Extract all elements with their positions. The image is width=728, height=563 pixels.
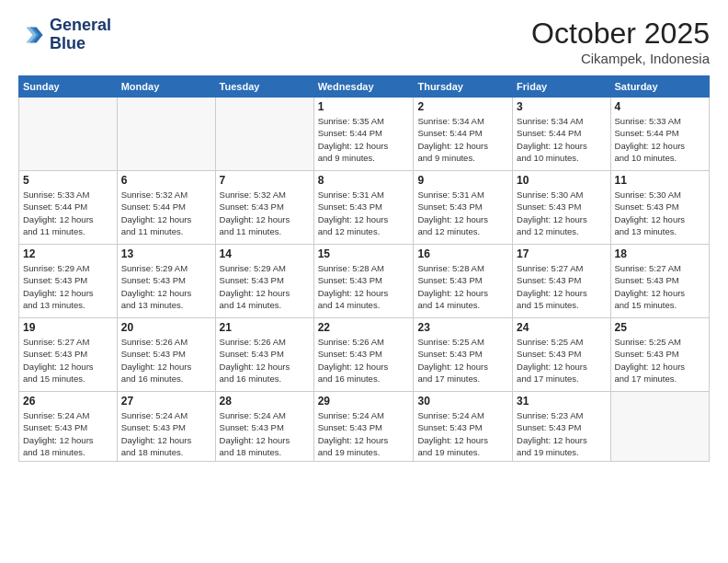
header: General Blue October 2025 Cikampek, Indo…: [18, 17, 710, 66]
day-number: 18: [615, 247, 705, 260]
day-header-wednesday: Wednesday: [313, 76, 414, 98]
calendar-cell: 4Sunrise: 5:33 AM Sunset: 5:44 PM Daylig…: [610, 98, 709, 171]
calendar-cell: 8Sunrise: 5:31 AM Sunset: 5:43 PM Daylig…: [313, 171, 414, 245]
day-info: Sunrise: 5:24 AM Sunset: 5:43 PM Dayligh…: [318, 409, 410, 458]
day-info: Sunrise: 5:25 AM Sunset: 5:43 PM Dayligh…: [517, 336, 606, 385]
day-number: 19: [23, 321, 113, 334]
day-info: Sunrise: 5:26 AM Sunset: 5:43 PM Dayligh…: [318, 336, 410, 385]
day-number: 26: [23, 395, 113, 408]
calendar-cell: 6Sunrise: 5:32 AM Sunset: 5:44 PM Daylig…: [117, 171, 215, 245]
title-block: October 2025 Cikampek, Indonesia: [531, 17, 710, 66]
calendar-table: SundayMondayTuesdayWednesdayThursdayFrid…: [18, 75, 710, 462]
day-number: 14: [220, 247, 310, 260]
day-info: Sunrise: 5:27 AM Sunset: 5:43 PM Dayligh…: [615, 262, 705, 311]
day-number: 23: [417, 321, 508, 334]
day-info: Sunrise: 5:31 AM Sunset: 5:43 PM Dayligh…: [318, 189, 410, 237]
calendar-cell: 14Sunrise: 5:29 AM Sunset: 5:43 PM Dayli…: [215, 245, 313, 318]
day-header-friday: Friday: [513, 76, 610, 98]
day-info: Sunrise: 5:29 AM Sunset: 5:43 PM Dayligh…: [121, 262, 211, 311]
day-info: Sunrise: 5:32 AM Sunset: 5:44 PM Dayligh…: [121, 189, 211, 237]
day-number: 3: [517, 100, 606, 113]
calendar-cell: 18Sunrise: 5:27 AM Sunset: 5:43 PM Dayli…: [610, 245, 709, 318]
day-number: 2: [417, 100, 508, 113]
day-info: Sunrise: 5:34 AM Sunset: 5:44 PM Dayligh…: [517, 115, 606, 164]
calendar-cell: [215, 98, 313, 171]
logo: General Blue: [18, 17, 111, 53]
calendar-cell: 19Sunrise: 5:27 AM Sunset: 5:43 PM Dayli…: [19, 318, 118, 392]
calendar-cell: 29Sunrise: 5:24 AM Sunset: 5:43 PM Dayli…: [313, 392, 414, 462]
day-number: 13: [121, 247, 211, 260]
calendar-cell: 27Sunrise: 5:24 AM Sunset: 5:43 PM Dayli…: [117, 392, 215, 462]
calendar-cell: 15Sunrise: 5:28 AM Sunset: 5:43 PM Dayli…: [313, 245, 414, 318]
calendar-cell: 28Sunrise: 5:24 AM Sunset: 5:43 PM Dayli…: [215, 392, 313, 462]
day-number: 10: [517, 174, 606, 187]
day-info: Sunrise: 5:24 AM Sunset: 5:43 PM Dayligh…: [23, 409, 113, 458]
calendar-cell: 16Sunrise: 5:28 AM Sunset: 5:43 PM Dayli…: [414, 245, 513, 318]
day-number: 24: [517, 321, 606, 334]
calendar-cell: 31Sunrise: 5:23 AM Sunset: 5:43 PM Dayli…: [513, 392, 610, 462]
day-number: 11: [615, 174, 705, 187]
month-title: October 2025: [531, 17, 710, 51]
calendar-cell: [19, 98, 118, 171]
day-number: 22: [318, 321, 410, 334]
calendar-cell: 21Sunrise: 5:26 AM Sunset: 5:43 PM Dayli…: [215, 318, 313, 392]
calendar-cell: 13Sunrise: 5:29 AM Sunset: 5:43 PM Dayli…: [117, 245, 215, 318]
day-info: Sunrise: 5:30 AM Sunset: 5:43 PM Dayligh…: [615, 189, 705, 237]
day-header-monday: Monday: [117, 76, 215, 98]
day-info: Sunrise: 5:33 AM Sunset: 5:44 PM Dayligh…: [615, 115, 705, 164]
day-info: Sunrise: 5:32 AM Sunset: 5:43 PM Dayligh…: [220, 189, 310, 237]
day-number: 4: [615, 100, 705, 113]
day-info: Sunrise: 5:30 AM Sunset: 5:43 PM Dayligh…: [517, 189, 606, 237]
calendar-cell: 2Sunrise: 5:34 AM Sunset: 5:44 PM Daylig…: [414, 98, 513, 171]
day-number: 12: [23, 247, 113, 260]
calendar-week-5: 26Sunrise: 5:24 AM Sunset: 5:43 PM Dayli…: [19, 392, 710, 462]
day-header-tuesday: Tuesday: [215, 76, 313, 98]
day-number: 15: [318, 247, 410, 260]
calendar-cell: 12Sunrise: 5:29 AM Sunset: 5:43 PM Dayli…: [19, 245, 118, 318]
calendar-cell: 5Sunrise: 5:33 AM Sunset: 5:44 PM Daylig…: [19, 171, 118, 245]
day-info: Sunrise: 5:24 AM Sunset: 5:43 PM Dayligh…: [121, 409, 211, 458]
calendar-cell: 1Sunrise: 5:35 AM Sunset: 5:44 PM Daylig…: [313, 98, 414, 171]
day-info: Sunrise: 5:27 AM Sunset: 5:43 PM Dayligh…: [517, 262, 606, 311]
calendar-cell: [117, 98, 215, 171]
day-info: Sunrise: 5:26 AM Sunset: 5:43 PM Dayligh…: [220, 336, 310, 385]
calendar-week-1: 1Sunrise: 5:35 AM Sunset: 5:44 PM Daylig…: [19, 98, 710, 171]
location-title: Cikampek, Indonesia: [531, 51, 710, 66]
logo-text: General Blue: [50, 17, 111, 53]
day-number: 5: [23, 174, 113, 187]
day-header-sunday: Sunday: [19, 76, 118, 98]
calendar-cell: 10Sunrise: 5:30 AM Sunset: 5:43 PM Dayli…: [513, 171, 610, 245]
day-number: 9: [417, 174, 508, 187]
calendar-cell: 25Sunrise: 5:25 AM Sunset: 5:43 PM Dayli…: [610, 318, 709, 392]
day-info: Sunrise: 5:31 AM Sunset: 5:43 PM Dayligh…: [417, 189, 508, 237]
calendar-cell: 30Sunrise: 5:24 AM Sunset: 5:43 PM Dayli…: [414, 392, 513, 462]
day-number: 16: [417, 247, 508, 260]
day-number: 25: [615, 321, 705, 334]
calendar-header-row: SundayMondayTuesdayWednesdayThursdayFrid…: [19, 76, 710, 98]
day-info: Sunrise: 5:24 AM Sunset: 5:43 PM Dayligh…: [220, 409, 310, 458]
day-info: Sunrise: 5:29 AM Sunset: 5:43 PM Dayligh…: [220, 262, 310, 311]
day-info: Sunrise: 5:28 AM Sunset: 5:43 PM Dayligh…: [318, 262, 410, 311]
calendar-cell: 17Sunrise: 5:27 AM Sunset: 5:43 PM Dayli…: [513, 245, 610, 318]
day-number: 7: [220, 174, 310, 187]
day-number: 31: [517, 395, 606, 408]
day-number: 8: [318, 174, 410, 187]
day-info: Sunrise: 5:33 AM Sunset: 5:44 PM Dayligh…: [23, 189, 113, 237]
day-number: 20: [121, 321, 211, 334]
calendar-cell: 3Sunrise: 5:34 AM Sunset: 5:44 PM Daylig…: [513, 98, 610, 171]
day-number: 1: [318, 100, 410, 113]
day-number: 17: [517, 247, 606, 260]
day-number: 21: [220, 321, 310, 334]
day-header-saturday: Saturday: [610, 76, 709, 98]
day-number: 30: [417, 395, 508, 408]
day-info: Sunrise: 5:24 AM Sunset: 5:43 PM Dayligh…: [417, 409, 508, 458]
day-info: Sunrise: 5:25 AM Sunset: 5:43 PM Dayligh…: [615, 336, 705, 385]
day-info: Sunrise: 5:25 AM Sunset: 5:43 PM Dayligh…: [417, 336, 508, 385]
calendar-cell: 9Sunrise: 5:31 AM Sunset: 5:43 PM Daylig…: [414, 171, 513, 245]
calendar-cell: 20Sunrise: 5:26 AM Sunset: 5:43 PM Dayli…: [117, 318, 215, 392]
logo-icon: [18, 22, 44, 48]
day-info: Sunrise: 5:27 AM Sunset: 5:43 PM Dayligh…: [23, 336, 113, 385]
day-info: Sunrise: 5:34 AM Sunset: 5:44 PM Dayligh…: [417, 115, 508, 164]
day-number: 28: [220, 395, 310, 408]
day-number: 27: [121, 395, 211, 408]
